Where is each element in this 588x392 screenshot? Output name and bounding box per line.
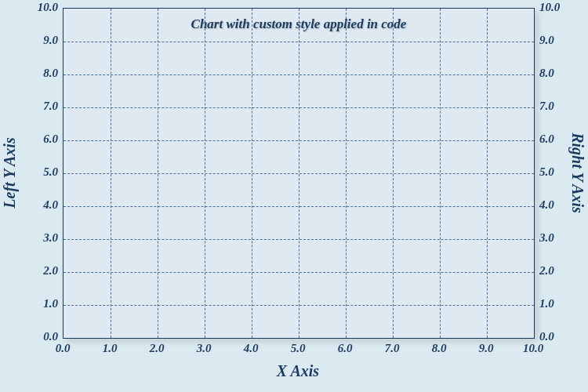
y-tick-label-right: 6.0 — [539, 132, 583, 146]
y-tick-label-right: 1.0 — [539, 297, 583, 310]
grid-line-horizontal — [64, 107, 534, 108]
grid-line-horizontal — [64, 206, 534, 207]
grid-line-horizontal — [64, 74, 534, 75]
x-tick-label: 7.0 — [372, 342, 412, 355]
y-tick-label-right: 2.0 — [539, 264, 583, 278]
y-tick-label-left: 5.0 — [14, 165, 58, 179]
grid-line-horizontal — [64, 42, 534, 42]
x-tick-label: 4.0 — [231, 342, 270, 355]
y-tick-label-left: 4.0 — [14, 198, 58, 212]
y-tick-label-left: 1.0 — [14, 297, 58, 310]
plot-area: Chart with custom style applied in code — [63, 8, 535, 339]
x-tick-label: 6.0 — [325, 342, 365, 355]
grid-line-horizontal — [64, 305, 534, 306]
y-tick-label-right: 7.0 — [539, 100, 583, 113]
x-axis-label: X Axis — [63, 362, 533, 380]
chart-container: Chart with custom style applied in code … — [0, 0, 588, 392]
x-tick-label: 9.0 — [466, 342, 506, 355]
y-tick-label-left: 3.0 — [14, 231, 58, 245]
y-tick-label-right: 10.0 — [539, 1, 583, 14]
y-tick-label-right: 4.0 — [539, 198, 583, 212]
y-tick-label-right: 5.0 — [539, 165, 583, 179]
grid-line-horizontal — [64, 272, 534, 273]
x-tick-label: 5.0 — [278, 342, 318, 355]
y-tick-label-left: 7.0 — [14, 100, 58, 113]
y-tick-label-left: 8.0 — [14, 67, 58, 80]
x-tick-label: 10.0 — [514, 342, 553, 355]
y-tick-label-left: 0.0 — [14, 330, 58, 343]
y-tick-label-left: 2.0 — [14, 264, 58, 278]
grid-line-horizontal — [64, 173, 534, 174]
y-tick-label-left: 10.0 — [14, 1, 58, 14]
grid-line-horizontal — [64, 239, 534, 240]
y-tick-label-left: 6.0 — [14, 132, 58, 146]
y-tick-label-right: 3.0 — [539, 231, 583, 245]
y-tick-label-left: 9.0 — [14, 34, 58, 47]
y-tick-label-right: 0.0 — [539, 330, 583, 343]
grid-line-horizontal — [64, 140, 534, 141]
x-tick-label: 1.0 — [90, 342, 129, 355]
x-tick-label: 8.0 — [419, 342, 459, 355]
y-tick-label-right: 9.0 — [539, 34, 583, 47]
x-tick-label: 2.0 — [137, 342, 176, 355]
y-tick-label-right: 8.0 — [539, 67, 583, 80]
x-tick-label: 0.0 — [43, 342, 82, 355]
x-tick-label: 3.0 — [184, 342, 223, 355]
